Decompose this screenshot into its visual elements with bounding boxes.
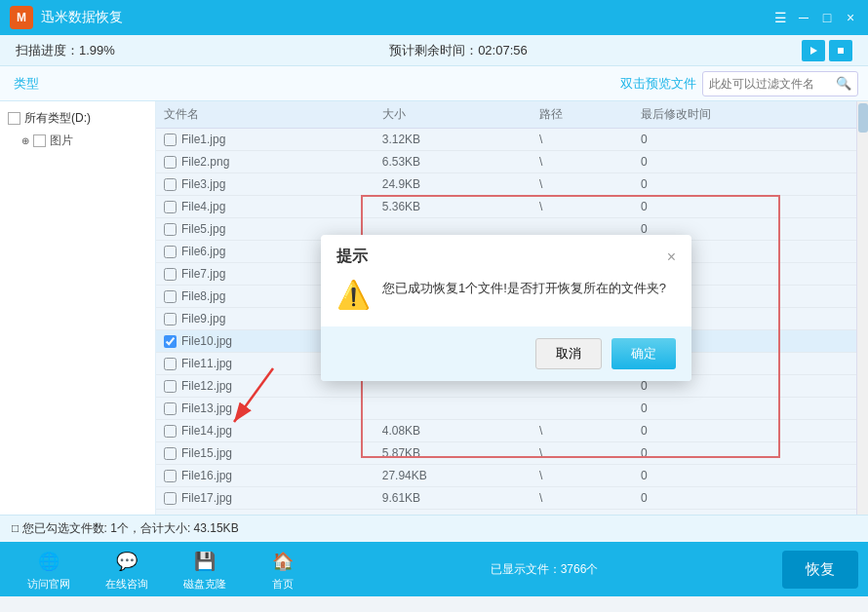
app-title: 迅米数据恢复 — [41, 9, 772, 26]
online-consult-label: 在线咨询 — [105, 577, 148, 592]
title-bar: M 迅米数据恢复 ☰ ─ □ × — [0, 0, 868, 35]
dialog-footer: 取消 确定 — [321, 326, 691, 381]
progress-controls — [802, 40, 852, 61]
file-list: 文件名 大小 路径 最后修改时间 File1.jpg3.12KB\0File2.… — [156, 101, 856, 515]
dialog-backdrop: 提示 × ⚠️ 您已成功恢复1个文件!是否打开恢复所在的文件夹? 取消 确定 — [156, 101, 856, 515]
dialog-close-button[interactable]: × — [667, 249, 676, 266]
dialog-header: 提示 × — [321, 235, 691, 271]
menu-button[interactable]: ☰ — [772, 10, 788, 25]
progress-bar: 扫描进度：1.99% 预计剩余时间：02:07:56 — [0, 35, 868, 66]
sidebar-all-types[interactable]: 所有类型(D:) — [0, 107, 155, 130]
home-label: 首页 — [272, 577, 294, 592]
toolbar: 类型 双击预览文件 🔍 — [0, 66, 868, 101]
all-types-label: 所有类型(D:) — [24, 110, 91, 127]
cancel-button[interactable]: 取消 — [535, 338, 602, 369]
progress-text: 扫描进度：1.99% — [16, 42, 115, 59]
maximize-button[interactable]: □ — [819, 10, 835, 25]
play-button[interactable] — [802, 40, 825, 61]
recover-button[interactable]: 恢复 — [782, 551, 858, 589]
status-text: □ 您已勾选文件数: 1个，合计大小: 43.15KB — [12, 520, 239, 537]
disk-icon: 💾 — [191, 548, 218, 575]
online-consult-button[interactable]: 💬 在线咨询 — [88, 544, 166, 594]
status-bar: □ 您已勾选文件数: 1个，合计大小: 43.15KB — [0, 515, 868, 542]
time-remaining: 预计剩余时间：02:07:56 — [389, 42, 528, 59]
search-input[interactable] — [709, 77, 836, 91]
dialog: 提示 × ⚠️ 您已成功恢复1个文件!是否打开恢复所在的文件夹? 取消 确定 — [321, 235, 691, 381]
all-types-checkbox[interactable] — [8, 112, 20, 125]
images-label: 图片 — [50, 133, 73, 149]
consult-icon: 💬 — [113, 548, 140, 575]
svg-rect-1 — [838, 48, 844, 54]
dialog-body: ⚠️ 您已成功恢复1个文件!是否打开恢复所在的文件夹? — [321, 271, 691, 326]
stop-button[interactable] — [829, 40, 852, 61]
bottom-bar: 🌐 访问官网 💬 在线咨询 💾 磁盘克隆 🏠 首页 已显示文件：3766个 恢复 — [0, 542, 868, 596]
dialog-message: 您已成功恢复1个文件!是否打开恢复所在的文件夹? — [382, 279, 666, 299]
sidebar-images[interactable]: ⊕ 图片 — [0, 130, 155, 152]
disk-clone-label: 磁盘克隆 — [183, 577, 226, 592]
window-controls: ☰ ─ □ × — [772, 10, 858, 25]
warning-icon: ⚠️ — [336, 279, 371, 311]
visit-web-button[interactable]: 🌐 访问官网 — [10, 544, 88, 594]
main-content: 所有类型(D:) ⊕ 图片 文件名 大小 路径 最后修改时间 — [0, 101, 868, 515]
scrollbar-track[interactable] — [856, 101, 868, 515]
expand-icon: ⊕ — [21, 135, 29, 146]
file-count: 已显示文件：3766个 — [491, 561, 599, 578]
preview-label: 双击预览文件 — [620, 75, 696, 93]
web-icon: 🌐 — [35, 548, 62, 575]
disk-clone-button[interactable]: 💾 磁盘克隆 — [166, 544, 244, 594]
visit-web-label: 访问官网 — [27, 577, 70, 592]
sidebar: 所有类型(D:) ⊕ 图片 — [0, 101, 156, 515]
minimize-button[interactable]: ─ — [796, 10, 811, 25]
dialog-title: 提示 — [336, 247, 368, 267]
type-tab[interactable]: 类型 — [10, 73, 43, 95]
ok-button[interactable]: 确定 — [612, 338, 676, 369]
scrollbar-thumb[interactable] — [858, 103, 868, 133]
search-icon: 🔍 — [836, 76, 851, 91]
home-button[interactable]: 🏠 首页 — [244, 544, 322, 594]
close-button[interactable]: × — [843, 10, 858, 25]
svg-marker-0 — [810, 47, 817, 55]
app-logo: M — [10, 6, 33, 29]
home-icon: 🏠 — [269, 548, 296, 575]
search-box[interactable]: 🔍 — [702, 71, 858, 96]
images-checkbox[interactable] — [33, 134, 46, 147]
